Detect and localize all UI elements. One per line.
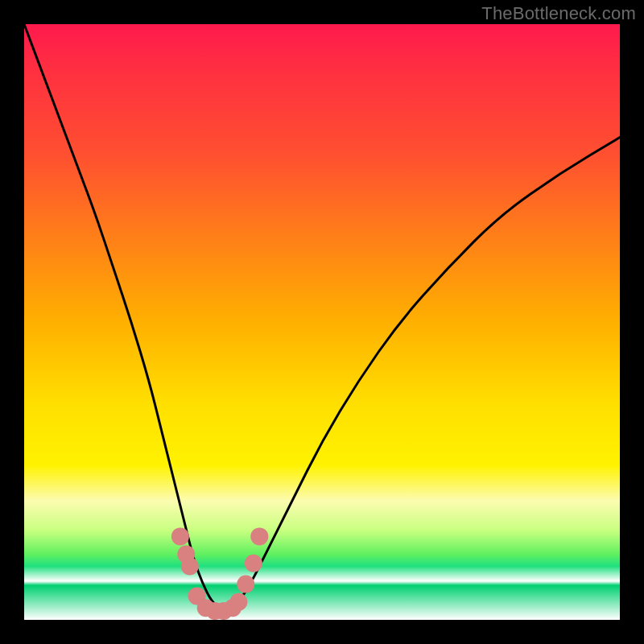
- highlight-dots: [171, 527, 268, 620]
- chart-frame: TheBottleneck.com: [0, 0, 644, 644]
- highlight-dot: [229, 593, 247, 611]
- highlight-dot: [181, 557, 199, 575]
- curve-svg: [24, 24, 620, 620]
- highlight-dot: [237, 576, 254, 593]
- highlight-dot: [245, 555, 262, 572]
- plot-area: [24, 24, 620, 620]
- highlight-dot: [250, 527, 268, 545]
- watermark-text: TheBottleneck.com: [481, 3, 636, 24]
- highlight-dot: [171, 527, 189, 545]
- bottleneck-curve: [24, 24, 620, 608]
